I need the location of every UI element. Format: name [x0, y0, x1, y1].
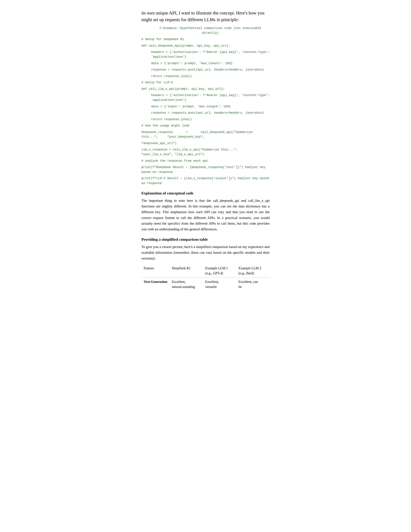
- code-analyze-print1: print(f"DeepSeek Result : {deepseek_resp…: [141, 165, 270, 174]
- code-deepseek-response: response = requests.post(api_url, header…: [141, 67, 270, 72]
- code-llmx-data: data = {'input': prompt, 'max_length': 1…: [141, 104, 270, 109]
- comparison-intro: To give you a clearer picture, here's a …: [141, 244, 270, 261]
- code-analyze-print2: print(f"LLM-X Result : {llm_x_response['…: [141, 176, 270, 186]
- code-deepseek-headers: headers = {'Authorization': f'Bearer {ap…: [141, 50, 270, 59]
- code-analyze-comment: # Analyze the response from each api: [141, 159, 270, 163]
- cell-llm1-text-gen: Excellent,versatile: [203, 277, 236, 291]
- code-usage-llmx: llm_x_response = call_llm_x_api("Summari…: [141, 147, 270, 157]
- code-usage-comment: # How the usage might look: [141, 123, 270, 128]
- th-llm1: Example LLM 1(e.g., GPT-4): [203, 264, 236, 278]
- th-llm2: Example LLM 2(e.g., Bard): [236, 264, 270, 278]
- code-comment-example: # Example: Hypothetical comparison code …: [141, 26, 270, 35]
- code-deepseek-comment: # Setup for DeepSeek R1: [141, 37, 270, 42]
- comparison-heading: Providing a simplified comparison table: [141, 237, 270, 242]
- table-header-row: Feature DeepSeek R1 Example LLM 1(e.g., …: [141, 264, 270, 278]
- code-llmx-def: def call_llm_x_api(prompt, api_key, api_…: [141, 87, 270, 91]
- explanation-heading: Explanation of conceptual code: [141, 190, 270, 196]
- cell-feature-text-gen: Text Generation: [141, 277, 170, 291]
- table-row: Text Generation Excellent,natural-soundi…: [141, 277, 270, 291]
- code-usage-deepseek-line2: "deepseek_api_url"): [141, 141, 270, 146]
- code-llmx-return: return response.json(): [141, 117, 270, 122]
- code-usage-deepseek-line1: deepseek_response = call_deepseek_api("S…: [141, 130, 270, 139]
- comparison-table: Feature DeepSeek R1 Example LLM 1(e.g., …: [141, 264, 270, 291]
- th-deepseek: DeepSeek R1: [169, 264, 203, 278]
- code-llmx-headers: headers = {'Authorization': f'Bearer {ap…: [141, 93, 270, 103]
- cell-llm2-text-gen: Excellent, canbe: [236, 277, 270, 291]
- code-deepseek-return: return response.json(): [141, 74, 270, 78]
- code-llmx-response: response = requests.post(api_url, header…: [141, 111, 270, 115]
- intro-paragraph: its own unique API, I want to illustrate…: [141, 10, 270, 23]
- code-deepseek-def: def call_deepseek_api(prompt, api_key, a…: [141, 44, 270, 48]
- explanation-text: The important thing to note here is that…: [141, 198, 270, 232]
- code-deepseek-data: data = {'prompt': prompt, 'max_tokens': …: [141, 61, 270, 66]
- th-feature: Feature: [141, 264, 170, 278]
- code-llmx-comment: # Setup for LLM-X: [141, 80, 270, 85]
- cell-deepseek-text-gen: Excellent,natural-sounding: [169, 277, 203, 291]
